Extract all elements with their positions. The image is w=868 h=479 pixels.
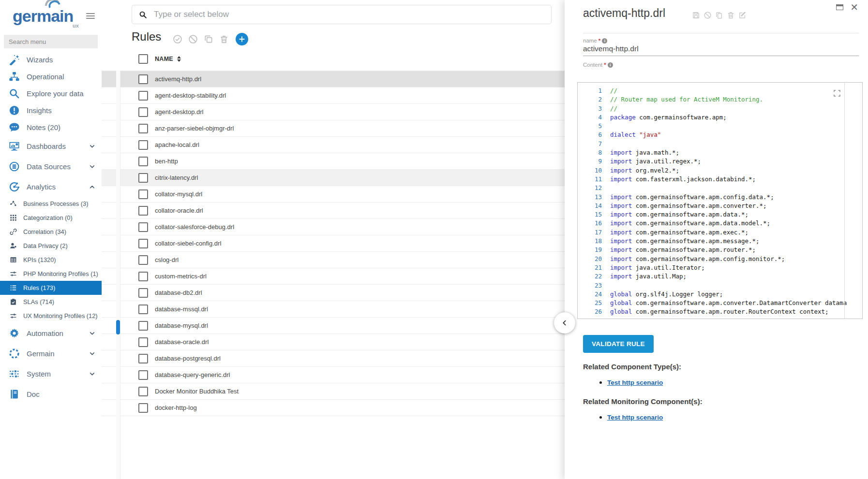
sidebar-item-operational[interactable]: Operational xyxy=(0,68,102,85)
validate-rule-button[interactable]: VALIDATE RULE xyxy=(583,335,654,353)
disable-icon[interactable] xyxy=(703,11,712,19)
fullscreen-icon[interactable] xyxy=(833,89,841,97)
info-icon[interactable]: i xyxy=(608,62,613,68)
table-row[interactable]: activemq-http.drl xyxy=(102,71,565,87)
alert-circle-icon xyxy=(9,105,20,116)
table-row[interactable]: collator-oracle.drl xyxy=(102,203,565,219)
sidebar-item-wizards[interactable]: Wizards xyxy=(0,51,102,68)
sidebar-item-analytics[interactable]: Analytics xyxy=(0,176,102,197)
detail-title: activemq-http.drl xyxy=(583,7,665,20)
row-checkbox[interactable] xyxy=(138,370,148,380)
row-checkbox[interactable] xyxy=(138,288,148,298)
table-row[interactable]: database-postgresql.drl xyxy=(102,350,565,367)
sidebar-item-automation[interactable]: Automation xyxy=(0,323,102,343)
row-checkbox[interactable] xyxy=(138,222,148,232)
sidebar-item-system[interactable]: System xyxy=(0,363,102,384)
info-icon[interactable]: i xyxy=(602,38,607,44)
table-row[interactable]: database-mysql.drl xyxy=(102,318,565,334)
code-line: 8import java.math.*; xyxy=(578,148,862,157)
table-row[interactable]: collator-mysql.drl xyxy=(102,186,565,203)
save-icon[interactable] xyxy=(692,11,700,19)
sort-icon[interactable] xyxy=(177,56,181,62)
row-checkbox[interactable] xyxy=(138,140,148,150)
edit-icon[interactable] xyxy=(738,11,747,19)
sidebar-item-kpis-1320[interactable]: KPIs (1320) xyxy=(0,253,102,267)
add-rule-button[interactable] xyxy=(236,33,248,45)
sidebar-item-slas-714[interactable]: SLAs (714) xyxy=(0,295,102,309)
select-all-checkbox[interactable] xyxy=(138,54,148,64)
related-monitoring-link[interactable]: Test http scenario xyxy=(607,414,663,421)
database-icon xyxy=(9,161,20,172)
code-editor[interactable]: 1//2// Router map used for ActiveM Monit… xyxy=(577,82,863,319)
row-checkbox[interactable] xyxy=(138,337,148,347)
table-row[interactable]: docker-http-log xyxy=(102,400,565,416)
table-row[interactable]: agent-desktop-stability.drl xyxy=(102,87,565,104)
sidebar-item-insights[interactable]: Insights xyxy=(0,102,102,119)
table-row[interactable]: ben-http xyxy=(102,153,565,170)
copy-icon[interactable] xyxy=(715,11,723,19)
table-row[interactable]: database-oracle.drl xyxy=(102,334,565,350)
table-row[interactable]: citrix-latency.drl xyxy=(102,170,565,186)
sidebar-item-data-privacy-2[interactable]: Data Privacy (2) xyxy=(0,239,102,253)
row-checkbox[interactable] xyxy=(138,107,148,117)
hamburger-menu-icon[interactable] xyxy=(86,13,95,20)
name-column-header[interactable]: NAME xyxy=(155,56,173,62)
table-row[interactable]: apache-local.drl xyxy=(102,137,565,153)
table-row[interactable]: database-mssql.drl xyxy=(102,301,565,318)
sidebar-item-business-processes-3[interactable]: Business Processes (3) xyxy=(0,197,102,211)
row-checkbox[interactable] xyxy=(138,255,148,265)
list-scrollbar-thumb[interactable] xyxy=(116,320,120,334)
related-component-type-link[interactable]: Test http scenario xyxy=(607,379,663,386)
sidebar-item-dashboards[interactable]: Dashboards xyxy=(0,136,102,156)
table-row[interactable]: collator-salesforce-debug.drl xyxy=(102,219,565,235)
sidebar-item-rules-173[interactable]: Rules (173) xyxy=(0,281,102,295)
maximize-icon[interactable] xyxy=(836,4,843,10)
row-checkbox[interactable] xyxy=(138,206,148,216)
delete-icon[interactable] xyxy=(219,34,229,44)
sidebar-item-explore-your-data[interactable]: Explore your data xyxy=(0,85,102,102)
delete-icon[interactable] xyxy=(727,11,735,19)
collapse-panel-button[interactable] xyxy=(554,312,575,334)
code-line: 23 xyxy=(578,281,862,290)
row-checkbox[interactable] xyxy=(138,91,148,101)
sidebar-item-doc[interactable]: Doc xyxy=(0,384,102,404)
copy-icon[interactable] xyxy=(204,34,213,44)
table-row[interactable]: cslog-drl xyxy=(102,252,565,268)
line-number: 6 xyxy=(578,131,610,139)
line-number: 16 xyxy=(578,219,610,228)
row-checkbox[interactable] xyxy=(138,74,148,84)
table-row[interactable]: anz-parser-siebel-objmgr-drl xyxy=(102,120,565,137)
row-checkbox[interactable] xyxy=(138,403,148,413)
row-checkbox[interactable] xyxy=(138,305,148,314)
table-row[interactable]: agent-desktop.drl xyxy=(102,104,565,120)
table-row[interactable]: database-query-generic.drl xyxy=(102,367,565,383)
table-row[interactable]: collator-siebel-config.drl xyxy=(102,235,565,252)
row-checkbox[interactable] xyxy=(138,173,148,183)
row-checkbox[interactable] xyxy=(138,124,148,133)
row-checkbox[interactable] xyxy=(138,354,148,363)
table-row[interactable]: custom-metrics-drl xyxy=(102,268,565,285)
row-checkbox[interactable] xyxy=(138,321,148,331)
sidebar-item-notes-20[interactable]: Notes (20) xyxy=(0,119,102,136)
row-checkbox[interactable] xyxy=(138,272,148,281)
sidebar-item-ux-monitoring-profiles-12[interactable]: UX Monitoring Profiles (12) xyxy=(0,309,102,323)
sidebar-search-input[interactable] xyxy=(4,35,98,48)
row-checkbox[interactable] xyxy=(138,387,148,396)
approve-icon[interactable] xyxy=(173,34,182,44)
sidebar-item-php-monitoring-profiles-1[interactable]: PHP Monitoring Profiles (1) xyxy=(0,267,102,281)
sidebar-item-data-sources[interactable]: Data Sources xyxy=(0,156,102,176)
name-field-value[interactable]: activemq-http.drl xyxy=(583,44,639,53)
editor-scrollbar-track[interactable] xyxy=(844,83,845,319)
disable-icon[interactable] xyxy=(188,34,198,44)
row-checkbox[interactable] xyxy=(138,189,148,199)
sidebar-item-germain[interactable]: Germain xyxy=(0,343,102,363)
close-icon[interactable]: ✕ xyxy=(850,4,858,11)
table-row[interactable]: Docker Monitor Buddhika Test xyxy=(102,383,565,400)
sidebar-item-correlation-34[interactable]: Correlation (34) xyxy=(0,225,102,239)
sidebar-item-categorization-0[interactable]: Categorization (0) xyxy=(0,211,102,225)
row-checkbox[interactable] xyxy=(138,157,148,166)
code-line: 3// xyxy=(578,104,862,113)
row-checkbox[interactable] xyxy=(138,239,148,248)
rules-search-input[interactable] xyxy=(153,9,544,20)
table-row[interactable]: database-db2.drl xyxy=(102,285,565,301)
